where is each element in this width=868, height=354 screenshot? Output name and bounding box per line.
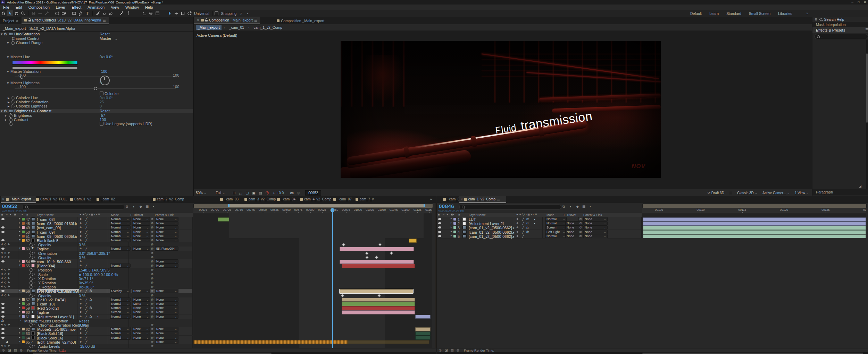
keyframe[interactable] <box>375 256 378 259</box>
parent-link-dropdown[interactable]: None⌄ <box>155 264 178 268</box>
property-name[interactable]: Scale <box>38 273 48 277</box>
property-value[interactable]: 0 % <box>79 294 85 298</box>
keyframe-nav-prev-icon[interactable]: ◀ <box>1 323 2 326</box>
keyframe-nav-next-icon[interactable]: ▶ <box>8 256 10 258</box>
fx-badge-icon[interactable]: fx <box>526 230 529 234</box>
clone-stamp-tool[interactable] <box>101 10 108 16</box>
keyframe-nav-next-icon[interactable]: ▶ <box>8 273 10 275</box>
trkmat-dropdown[interactable]: None⌄ <box>132 289 150 293</box>
trkmat-dropdown[interactable]: Luma⌄ <box>132 302 150 306</box>
timeline-search-input[interactable] <box>23 204 124 210</box>
resize-grip-icon[interactable]: ◢ <box>859 184 861 188</box>
collapse-chevron-icon[interactable]: ▾ <box>19 247 20 250</box>
keyframe-diamond-icon[interactable]: ◇ <box>4 344 6 347</box>
property-name[interactable]: Position <box>38 268 52 272</box>
shy-icon[interactable]: ☻ <box>79 217 82 221</box>
minimize-button[interactable]: ─ <box>849 0 856 5</box>
layer-duration-bar[interactable] <box>342 298 415 302</box>
quality-icon[interactable]: ╱ <box>85 264 87 267</box>
horizontal-scrollbar[interactable] <box>0 352 436 354</box>
property-name[interactable]: Opacity <box>38 294 51 298</box>
label-color-chip[interactable] <box>22 239 25 242</box>
layer-row[interactable]: ▸1LUT☻╱fx◐Normal⌄@None⌄ <box>437 217 868 221</box>
parent-link-dropdown[interactable]: None⌄ <box>583 230 608 234</box>
pixel-aspect-icon[interactable]: ▤ <box>257 190 264 196</box>
search-help-row[interactable]: ⊞ Search Help <box>812 17 868 22</box>
universal-cursor-icon[interactable] <box>166 10 173 16</box>
expand-chevron-icon[interactable]: ▸ <box>19 221 20 224</box>
menu-layer[interactable]: Layer <box>53 5 69 9</box>
expand-chevron-icon[interactable]: ▸ <box>19 327 20 330</box>
layer-name[interactable]: [cam_09_[0500-0605].jpg] <box>37 234 77 239</box>
current-frame[interactable]: 00846 <box>439 203 454 209</box>
timeline-tab-Cam01_v2[interactable]: Cam01_v2 <box>69 196 97 202</box>
layer-row[interactable]: ▸3[cam_01_v2_[0500-0662].exr]☻╱fxScreen⌄… <box>437 225 868 230</box>
shy-icon[interactable]: ☻ <box>79 315 82 318</box>
breadcrumb-item-cam_1_v2_Comp[interactable]: cam_1_v2_Comp <box>252 25 284 30</box>
property-row[interactable]: ◀◇▶≈Chromat...berration Red/Cyan0.00@ <box>0 323 436 327</box>
frame-blend-icon[interactable]: ▦ <box>145 205 149 208</box>
timeline-tab-cam_1_v2_Comp[interactable]: ✕cam_1_v2_Comp☰ <box>459 196 506 203</box>
mode-dropdown[interactable]: Overlay⌄ <box>110 289 131 293</box>
parent-pickwhip-icon[interactable]: @ <box>151 340 153 343</box>
frame-blend-icon[interactable]: ▦ <box>582 205 585 208</box>
workspace-learn[interactable]: Learn <box>709 11 719 16</box>
layer-name[interactable]: [_cam_09] <box>37 230 55 234</box>
panel-menu-icon[interactable]: ☰ <box>865 28 868 32</box>
label-color-chip[interactable] <box>22 218 25 221</box>
tab-effect-controls[interactable]: Effect Controls Sc10_v2_DATA InnerAlpha … <box>22 17 109 24</box>
trkmat-dropdown[interactable]: None⌄ <box>132 314 150 319</box>
time-ruler[interactable]: 0067500700007250075000775008000082500850… <box>193 208 432 213</box>
layer-row[interactable]: ▸57[Sc10_v2_DATA]☻╱fxNormal⌄None⌄@None⌄ <box>0 297 436 302</box>
stopwatch-icon[interactable] <box>30 323 33 327</box>
graph-editor-icon[interactable]: ◪ <box>445 348 448 352</box>
parent-link-dropdown[interactable]: None⌄ <box>155 306 178 310</box>
graph-toggle-icon[interactable]: ≈ <box>34 251 35 254</box>
shy-icon[interactable]: ☻ <box>79 260 82 263</box>
parent-pickwhip-icon[interactable]: @ <box>579 222 582 225</box>
property-row[interactable]: ◀◇▶≈Orientation0.0°,356.8°,305.1°@ <box>0 251 436 255</box>
quality-icon[interactable]: ╱ <box>85 226 87 229</box>
keyframe-diamond-icon[interactable]: ◇ <box>4 268 6 271</box>
draft-3d-toggle[interactable]: ⟳ Draft 3D <box>708 191 724 195</box>
expand-chevron-icon[interactable]: ▸ <box>451 230 452 233</box>
keyframe-diamond-icon[interactable]: ◇ <box>4 256 6 259</box>
menu-view[interactable]: View <box>108 5 122 9</box>
expand-chevron-icon[interactable]: ▸ <box>451 225 452 228</box>
shy-icon[interactable]: ☻ <box>79 298 82 301</box>
parent-link-dropdown[interactable]: None⌄ <box>155 221 178 225</box>
expand-chevron-icon[interactable]: ▸ <box>19 306 20 309</box>
layer-duration-bar[interactable] <box>340 289 413 293</box>
parent-pickwhip-icon[interactable]: @ <box>151 294 153 297</box>
mode-dropdown[interactable]: Normal⌄ <box>110 336 131 340</box>
mode-dropdown[interactable]: Normal⌄ <box>110 331 131 335</box>
label-color-chip[interactable] <box>453 226 456 229</box>
quality-icon[interactable]: ╱ <box>85 327 87 331</box>
quality-icon[interactable]: ╱ <box>85 298 87 301</box>
parent-link-dropdown[interactable]: None⌄ <box>155 331 178 335</box>
layer-name[interactable]: [Edit_1minute_v2.mp3] <box>37 340 76 344</box>
keyframe-nav-next-icon[interactable]: ▶ <box>8 285 10 288</box>
trkmat-dropdown[interactable]: None⌄ <box>132 310 150 314</box>
eye-icon[interactable] <box>1 231 5 233</box>
property-value[interactable]: 0 % <box>79 256 85 260</box>
keyframe-nav-prev-icon[interactable]: ◀ <box>1 344 2 347</box>
property-row[interactable]: ◀◇▶≈Audio Levels-15.00 dB@ <box>0 344 436 348</box>
parent-pickwhip-icon[interactable]: @ <box>579 217 582 221</box>
saturation-slider-thumb[interactable] <box>20 76 23 79</box>
parent-pickwhip-icon[interactable]: @ <box>151 315 153 318</box>
parent-pickwhip-icon[interactable]: @ <box>151 289 153 292</box>
property-value[interactable]: 0x+30.3° <box>79 285 94 289</box>
axis-view-icon[interactable] <box>154 10 161 16</box>
in-out-panels-icon[interactable]: ◍ <box>457 348 459 352</box>
graph-toggle-icon[interactable]: ≈ <box>34 268 35 271</box>
parent-pickwhip-icon[interactable]: @ <box>151 260 153 263</box>
menu-animation[interactable]: Animation <box>84 5 108 9</box>
eye-icon[interactable] <box>1 337 5 339</box>
composition-mini-flowchart-icon[interactable]: ⧉ <box>126 205 128 209</box>
view-layout-dropdown[interactable]: 1 View ⌄ <box>795 191 809 195</box>
eye-icon[interactable] <box>1 260 5 262</box>
parent-pickwhip-icon[interactable]: @ <box>151 256 153 259</box>
quality-icon[interactable]: ╱ <box>85 222 87 225</box>
parent-link-dropdown[interactable]: None⌄ <box>583 234 608 238</box>
